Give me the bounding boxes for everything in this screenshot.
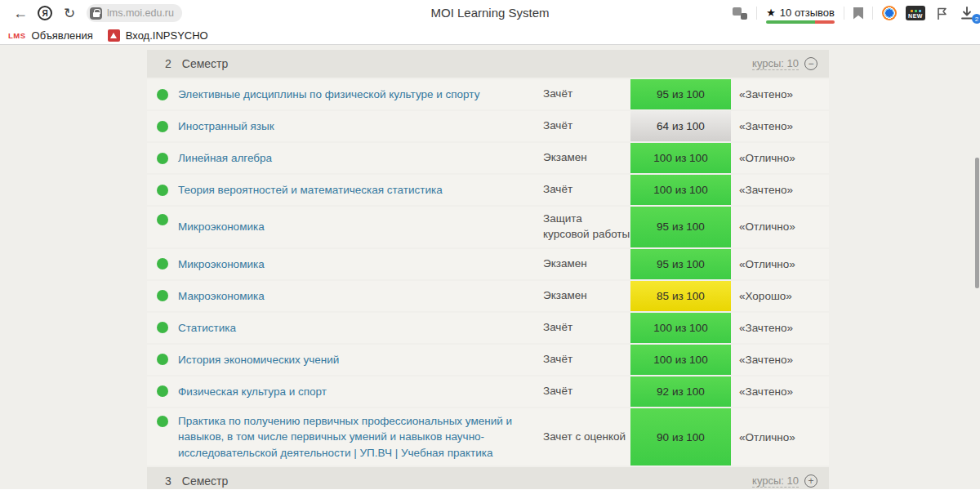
assessment-type: Защита курсовой работы — [543, 212, 630, 243]
course-row: Статистика Зачёт 100 из 100 «Зачтено» — [147, 313, 829, 343]
grade-text: «Отлично» — [731, 431, 829, 443]
extension-icon[interactable] — [882, 6, 897, 20]
plus-icon: + — [808, 476, 813, 486]
score-cell: 95 из 100 — [630, 79, 731, 109]
course-row: Микроэкономика Защита курсовой работы 95… — [147, 207, 829, 247]
semester-number: 2 — [165, 57, 172, 70]
star-icon: ★ — [766, 7, 776, 18]
course-link[interactable]: Практика по получению первичных професси… — [178, 413, 543, 461]
course-link[interactable]: Элективные дисциплины по физической куль… — [178, 87, 543, 103]
bookmark-lms-announcements[interactable]: LMS Объявления — [8, 29, 93, 42]
status-dot-icon — [157, 121, 168, 132]
score-cell: 85 из 100 — [630, 281, 731, 311]
grade-text: «Отлично» — [731, 220, 829, 233]
site-rating-button[interactable]: ★ 10 отзывов — [766, 7, 835, 20]
new-extension-icon[interactable]: NEW — [906, 6, 925, 20]
score-cell: 100 из 100 — [630, 345, 731, 375]
course-link[interactable]: Иностранный язык — [178, 118, 543, 135]
course-link[interactable]: Макроэкономика — [178, 288, 543, 305]
scrollbar-thumb[interactable] — [975, 158, 979, 288]
lock-icon[interactable] — [90, 7, 102, 20]
minus-icon: − — [808, 59, 813, 69]
collections-icon[interactable] — [934, 6, 950, 21]
courses-count-link[interactable]: курсы: 10 — [752, 57, 799, 70]
download-button[interactable]: 2 — [959, 5, 977, 21]
course-row: Элективные дисциплины по физической куль… — [147, 79, 829, 109]
assessment-type: Зачёт — [543, 87, 630, 102]
grade-text: «Зачтено» — [731, 184, 829, 196]
back-icon: ← — [13, 5, 28, 22]
course-link[interactable]: Статистика — [178, 320, 543, 336]
grade-text: «Отлично» — [731, 152, 829, 164]
course-rows: Элективные дисциплины по физической куль… — [147, 79, 829, 466]
status-dot-icon — [157, 214, 168, 225]
bookmark-flag-icon[interactable] — [853, 7, 863, 20]
refresh-button[interactable]: ↻ — [57, 2, 82, 24]
status-dot-icon — [157, 416, 168, 427]
semester-3-header: 3 Семестр курсы: 10 + — [147, 467, 829, 489]
collapse-semester-button[interactable]: − — [804, 57, 817, 70]
course-link[interactable]: История экономических учений — [178, 352, 543, 368]
score-cell: 100 из 100 — [630, 143, 731, 173]
course-link[interactable]: Физическая культура и спорт — [178, 384, 543, 400]
back-button[interactable]: ← — [8, 2, 33, 24]
assessment-type: Экзамен — [543, 256, 630, 272]
score-cell: 92 из 100 — [630, 376, 731, 407]
score-cell: 64 из 100 — [630, 111, 731, 141]
bookmarks-bar: LMS Объявления Вход.INPSYCHO — [0, 26, 980, 45]
grade-text: «Зачтено» — [731, 88, 829, 100]
course-link[interactable]: Линейная алгебра — [178, 150, 543, 167]
score-cell: 100 из 100 — [630, 175, 731, 205]
divider — [844, 7, 844, 20]
course-row: Иностранный язык Зачёт 64 из 100 «Зачтен… — [147, 111, 829, 141]
grade-text: «Зачтено» — [731, 385, 829, 398]
assessment-type: Зачёт — [543, 384, 630, 399]
course-link[interactable]: Микроэкономика — [178, 256, 543, 273]
status-dot-icon — [157, 322, 168, 333]
status-dot-icon — [157, 354, 168, 365]
protect-icon[interactable] — [733, 7, 747, 20]
expand-semester-button[interactable]: + — [804, 474, 817, 488]
bookmark-inpsycho-login[interactable]: Вход.INPSYCHO — [108, 29, 208, 42]
yandex-home-button[interactable]: Я — [33, 2, 57, 24]
course-row: История экономических учений Зачёт 100 и… — [147, 345, 829, 375]
semester-label: Семестр — [182, 57, 229, 70]
address-bar[interactable]: lms.moi.edu.ru — [87, 4, 182, 22]
course-row: Макроэкономика Экзамен 85 из 100 «Хорошо… — [147, 281, 829, 311]
assessment-type: Экзамен — [543, 150, 630, 166]
course-row: Физическая культура и спорт Зачёт 92 из … — [147, 376, 829, 407]
inpsycho-favicon — [108, 29, 120, 42]
toolbar-right-icons: ★ 10 отзывов NEW 2 — [733, 0, 978, 26]
url-text: lms.moi.edu.ru — [107, 7, 174, 19]
bookmark-label: Вход.INPSYCHO — [126, 29, 208, 42]
assessment-type: Зачёт — [543, 182, 630, 198]
status-dot-icon — [157, 258, 168, 270]
semester-label: Семестр — [182, 474, 229, 488]
courses-count-link[interactable]: курсы: 10 — [752, 474, 799, 488]
lms-favicon: LMS — [8, 31, 26, 40]
status-dot-icon — [157, 153, 168, 164]
course-link[interactable]: Микроэкономика — [178, 219, 543, 235]
course-row: Микроэкономика Экзамен 95 из 100 «Отличн… — [147, 249, 829, 279]
grade-text: «Хорошо» — [731, 290, 829, 302]
new-icon-dots — [911, 10, 921, 12]
course-row: Теория вероятностей и математическая ста… — [147, 175, 829, 205]
assessment-type: Экзамен — [543, 288, 630, 304]
divider — [872, 7, 873, 20]
semester-number: 3 — [165, 474, 172, 488]
course-row: Практика по получению первичных професси… — [147, 408, 829, 466]
new-badge-text: NEW — [908, 13, 923, 19]
rating-bar — [766, 20, 835, 24]
grade-text: «Зачтено» — [731, 120, 829, 132]
status-dot-icon — [157, 89, 168, 100]
divider — [756, 7, 757, 20]
grade-text: «Отлично» — [731, 258, 829, 270]
course-link[interactable]: Теория вероятностей и математическая ста… — [178, 182, 543, 198]
score-cell: 100 из 100 — [630, 313, 731, 343]
assessment-type: Зачёт — [543, 118, 630, 134]
page-content: 2 Семестр курсы: 10 − Элективные дисципл… — [0, 45, 980, 489]
rating-count: 10 отзывов — [780, 7, 835, 19]
score-cell: 95 из 100 — [630, 207, 731, 247]
refresh-icon: ↻ — [64, 5, 75, 22]
assessment-type: Зачёт — [543, 320, 630, 336]
